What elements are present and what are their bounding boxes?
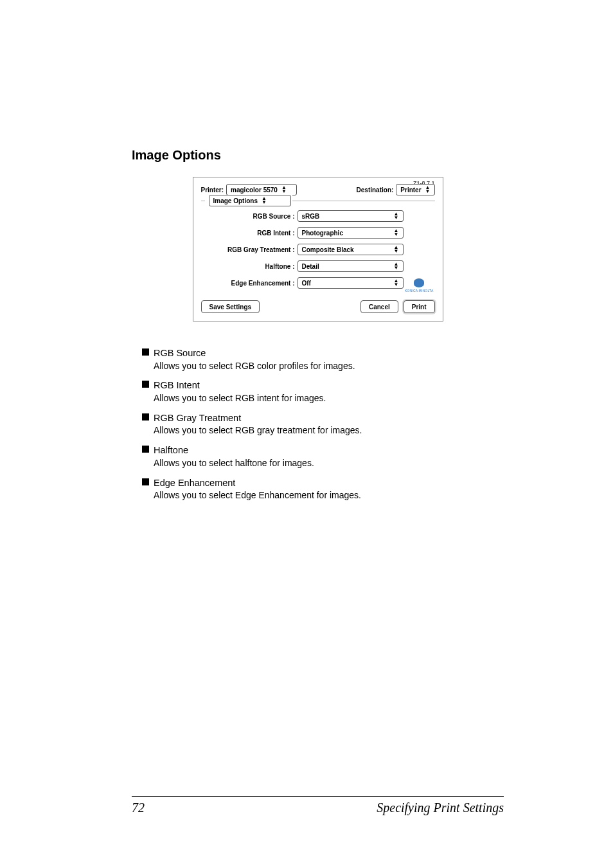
square-bullet-icon (142, 413, 149, 420)
option-row-rgb-source: RGB Source : sRGB ▲▼ (201, 210, 435, 222)
dialog-section-tab: Image Options ▲▼ (205, 195, 292, 206)
print-dialog: Z1-8.7.1 Printer: magicolor 5570 ▲▼ Dest… (193, 177, 443, 321)
edge-enh-value: Off (302, 280, 311, 287)
printer-label: Printer: (201, 186, 224, 194)
item-title: Edge Enhancement (154, 477, 504, 490)
rgb-intent-select[interactable]: Photographic ▲▼ (298, 227, 404, 239)
dialog-header-row: Printer: magicolor 5570 ▲▼ Destination: … (201, 184, 435, 195)
item-text: Allows you to select RGB intent for imag… (154, 392, 504, 404)
description-list: RGB Source Allows you to select RGB colo… (132, 347, 504, 502)
select-arrows-icon: ▲▼ (394, 212, 399, 220)
printer-select[interactable]: magicolor 5570 ▲▼ (226, 184, 297, 195)
rgb-gray-label: RGB Gray Treatment : (201, 246, 298, 253)
panel-select-value: Image Options (213, 197, 258, 204)
list-item: Edge Enhancement Allows you to select Ed… (142, 477, 504, 502)
rgb-source-value: sRGB (302, 213, 320, 220)
brand-logo-text: KONICA MINOLTA (405, 289, 434, 293)
rgb-source-label: RGB Source : (201, 213, 298, 220)
select-arrows-icon: ▲▼ (394, 229, 399, 237)
select-arrows-icon: ▲▼ (394, 262, 399, 270)
destination-label: Destination: (357, 186, 394, 194)
edge-enh-label: Edge Enhancement : (201, 280, 298, 287)
rgb-intent-value: Photographic (302, 230, 343, 237)
cancel-button[interactable]: Cancel (360, 300, 398, 313)
brand-logo: KONICA MINOLTA (405, 278, 434, 293)
rgb-source-select[interactable]: sRGB ▲▼ (298, 210, 404, 222)
item-title: RGB Source (154, 347, 504, 360)
item-text: Allows you to select Edge Enhancement fo… (154, 489, 504, 502)
rgb-gray-value: Composite Black (302, 246, 354, 253)
rgb-gray-select[interactable]: Composite Black ▲▼ (298, 244, 404, 255)
destination-select-value: Printer (400, 186, 421, 194)
item-text: Allows you to select halftone for images… (154, 457, 504, 469)
list-item: RGB Intent Allows you to select RGB inte… (142, 379, 504, 404)
halftone-value: Detail (302, 263, 319, 270)
select-arrows-icon: ▲▼ (425, 186, 431, 194)
option-row-rgb-intent: RGB Intent : Photographic ▲▼ (201, 227, 435, 239)
square-bullet-icon (142, 478, 149, 485)
square-bullet-icon (142, 381, 149, 388)
item-text: Allows you to select RGB gray treatment … (154, 424, 504, 437)
list-item: RGB Gray Treatment Allows you to select … (142, 412, 504, 437)
footer-running-head: Specifying Print Settings (377, 800, 504, 815)
select-arrows-icon: ▲▼ (281, 186, 287, 194)
item-text: Allows you to select RGB color profiles … (154, 360, 504, 372)
item-title: Halftone (154, 444, 504, 457)
list-item: Halftone Allows you to select halftone f… (142, 444, 504, 469)
print-button[interactable]: Print (404, 300, 435, 313)
select-arrows-icon: ▲▼ (262, 197, 267, 204)
dialog-buttons-row: Save Settings Cancel Print (201, 300, 435, 313)
dialog-section-divider: Image Options ▲▼ (201, 201, 435, 201)
save-settings-button[interactable]: Save Settings (201, 300, 260, 313)
option-row-rgb-gray: RGB Gray Treatment : Composite Black ▲▼ (201, 244, 435, 255)
rgb-intent-label: RGB Intent : (201, 230, 298, 237)
select-arrows-icon: ▲▼ (394, 246, 399, 253)
option-row-halftone: Halftone : Detail ▲▼ (201, 260, 435, 272)
item-title: RGB Gray Treatment (154, 412, 504, 425)
list-item: RGB Source Allows you to select RGB colo… (142, 347, 504, 372)
option-row-edge-enh: Edge Enhancement : Off ▲▼ (201, 277, 435, 289)
item-title: RGB Intent (154, 379, 504, 392)
select-arrows-icon: ▲▼ (394, 279, 399, 287)
dialog-container: Z1-8.7.1 Printer: magicolor 5570 ▲▼ Dest… (132, 177, 504, 321)
destination-select[interactable]: Printer ▲▼ (396, 184, 434, 195)
section-title: Image Options (132, 148, 504, 163)
printer-select-value: magicolor 5570 (231, 186, 278, 194)
halftone-label: Halftone : (201, 263, 298, 270)
square-bullet-icon (142, 446, 149, 453)
panel-select[interactable]: Image Options ▲▼ (209, 195, 291, 206)
square-bullet-icon (142, 348, 149, 356)
page-number: 72 (132, 800, 145, 815)
brand-logo-icon (414, 278, 424, 287)
halftone-select[interactable]: Detail ▲▼ (298, 260, 404, 272)
page-footer: 72 Specifying Print Settings (132, 796, 504, 815)
edge-enh-select[interactable]: Off ▲▼ (298, 277, 404, 289)
